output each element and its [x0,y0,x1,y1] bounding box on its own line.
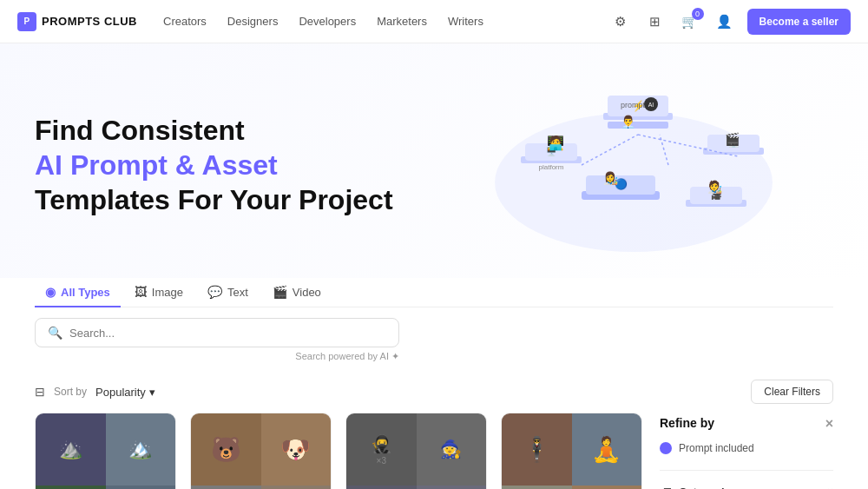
svg-text:prompt: prompt [621,101,646,109]
hero-line1: Find Consistent [35,115,245,146]
sidebar: Refine by × Prompt included 🏷 Categories… [660,413,833,489]
hero-illustration: 🖥️ platform ⚡ prompt AI 💻 🔵 [469,69,799,261]
tab-video[interactable]: 🎬 Video [262,278,332,307]
card-images-1: 🐻 🐶 🐱 🦊 [191,413,331,489]
video-icon: 🎬 [273,285,287,299]
nav-developers[interactable]: Developers [299,15,356,28]
sort-value: Popularity [95,386,146,399]
tab-text-label: Text [227,286,248,299]
logo-icon: P [17,12,36,31]
categories-title-text: Categories [679,486,737,489]
main-content: ⛰️ 🏔️ 🌲 🏰 3D Gaming Environments ★★★★★ (… [0,413,868,489]
card-img-1-1: 🐶 [261,413,332,486]
text-icon: 💬 [207,285,222,299]
filter-left: ⊟ Sort by Popularity ▾ [35,385,155,399]
sidebar-section-prompt: Prompt included [660,442,833,471]
search-bar: 🔍 [35,318,399,347]
filter-bar: ⊟ Sort by Popularity ▾ Clear Filters [0,371,868,413]
tab-all-label: All Types [61,286,110,299]
header: P PROMPTS CLUB Creators Designers Develo… [0,0,868,43]
hero-line3: Templates For Your Project [35,184,393,215]
filter-icon: ⊟ [35,385,45,399]
cart-icon[interactable]: 🛒 0 [678,10,702,34]
card-images-0: ⛰️ 🏔️ 🌲 🏰 [36,413,175,489]
sort-label: Sort by [54,386,87,398]
hero-title: Find Consistent AI Prompt & Asset Templa… [35,113,469,217]
logo[interactable]: P PROMPTS CLUB [17,12,137,31]
sidebar-title-text: Refine by [660,416,714,432]
categories-header: 🏷 Categories × [660,485,833,489]
nav-marketers[interactable]: Marketers [377,15,427,28]
tabs: ◉ All Types 🖼 Image 💬 Text 🎬 Video [35,278,833,307]
sidebar-option-prompt-included[interactable]: Prompt included [660,442,833,454]
card-img-1-0: 🐻 [191,413,261,486]
card-img-2-3: 🥷 [417,486,487,490]
svg-text:🧑‍💻: 🧑‍💻 [547,135,564,151]
user-icon[interactable]: 👤 [713,10,737,34]
svg-rect-11 [608,122,668,129]
sidebar-section-categories: 🏷 Categories × Art & Design Business & M… [660,485,833,489]
svg-text:🧑‍🎨: 🧑‍🎨 [707,180,723,195]
tab-image[interactable]: 🖼 Image [124,278,194,307]
prompt-included-checkbox[interactable] [660,442,672,454]
brand-name: PROMPTS CLUB [42,15,137,28]
nav-writers[interactable]: Writers [448,15,483,28]
search-powered-text: Search powered by AI ✦ [35,351,399,362]
card-img-3-1: 🧘 [572,413,642,486]
categories-title: 🏷 Categories [660,485,737,489]
svg-text:👩‍🎨: 👩‍🎨 [603,171,619,186]
search-icon: 🔍 [48,326,62,340]
product-card-3: 🕴️ 🧘 🤸 🦸 3D Gaming Character ★★★★★ (23) … [501,413,642,489]
svg-text:👨‍💼: 👨‍💼 [621,115,636,129]
card-img-2-1: 🧙 [417,413,487,486]
svg-text:AI: AI [648,102,654,108]
hero-illustration-svg: 🖥️ platform ⚡ prompt AI 💻 🔵 [469,69,799,261]
image-icon: 🖼 [135,285,147,299]
header-actions: ⚙ ⊞ 🛒 0 👤 Become a seller [608,9,851,35]
tab-image-label: Image [152,286,183,299]
card-img-3-0: 🕴️ [502,413,572,486]
chevron-down-icon: ▾ [149,386,155,399]
card-img-0-0: ⛰️ [36,413,106,486]
search-section: ◉ All Types 🖼 Image 💬 Text 🎬 Video 🔍 Sea… [0,278,868,371]
tab-text[interactable]: 💬 Text [197,278,259,307]
card-img-2-0: 🥷×3 [346,413,417,486]
card-img-0-1: 🏔️ [106,413,176,486]
card-img-3-3: 🦸 [572,486,642,490]
categories-toggle[interactable]: × [827,486,833,489]
search-input[interactable] [69,327,386,340]
products-grid: ⛰️ 🏔️ 🌲 🏰 3D Gaming Environments ★★★★★ (… [35,413,642,489]
product-card-2: 🥷×3 🧙 🕵️ 🥷 3D Cyberpunk Game Character C… [345,413,487,489]
main-nav: Creators Designers Developers Marketers … [163,15,608,28]
hero-line2: AI Prompt & Asset [35,149,278,181]
sidebar-close-icon[interactable]: × [825,416,833,432]
become-seller-button[interactable]: Become a seller [747,9,851,35]
settings-icon[interactable]: ⚙ [608,10,633,34]
card-img-0-3: 🏰 [106,486,176,490]
svg-text:🎬: 🎬 [725,132,740,147]
sidebar-title: Refine by × [660,413,833,432]
card-images-2: 🥷×3 🧙 🕵️ 🥷 [346,413,486,489]
svg-text:platform: platform [539,163,564,171]
nav-designers[interactable]: Designers [227,15,279,28]
categories-icon: 🏷 [660,485,672,489]
card-img-1-3: 🦊 [261,486,332,490]
prompt-included-label: Prompt included [679,442,754,454]
card-img-0-2: 🌲 [36,486,106,490]
tab-video-label: Video [293,286,321,299]
product-card-0: ⛰️ 🏔️ 🌲 🏰 3D Gaming Environments ★★★★★ (… [35,413,176,489]
clear-filters-button[interactable]: Clear Filters [751,380,833,404]
all-types-icon: ◉ [45,285,56,299]
card-img-2-2: 🕵️ [346,486,417,490]
nav-creators[interactable]: Creators [163,15,207,28]
cart-badge: 0 [692,8,704,20]
sort-select[interactable]: Popularity ▾ [95,386,155,399]
product-card-1: 🐻 🐶 🐱 🦊 3D Gaming Animal Characters ★★★★… [190,413,332,489]
hero-text: Find Consistent AI Prompt & Asset Templa… [35,113,469,217]
card-images-3: 🕴️ 🧘 🤸 🦸 [502,413,641,489]
card-img-3-2: 🤸 [502,486,572,490]
grid-icon[interactable]: ⊞ [643,10,667,34]
card-img-1-2: 🐱 [191,486,261,490]
tab-all-types[interactable]: ◉ All Types [35,278,121,307]
hero-section: Find Consistent AI Prompt & Asset Templa… [0,43,868,278]
